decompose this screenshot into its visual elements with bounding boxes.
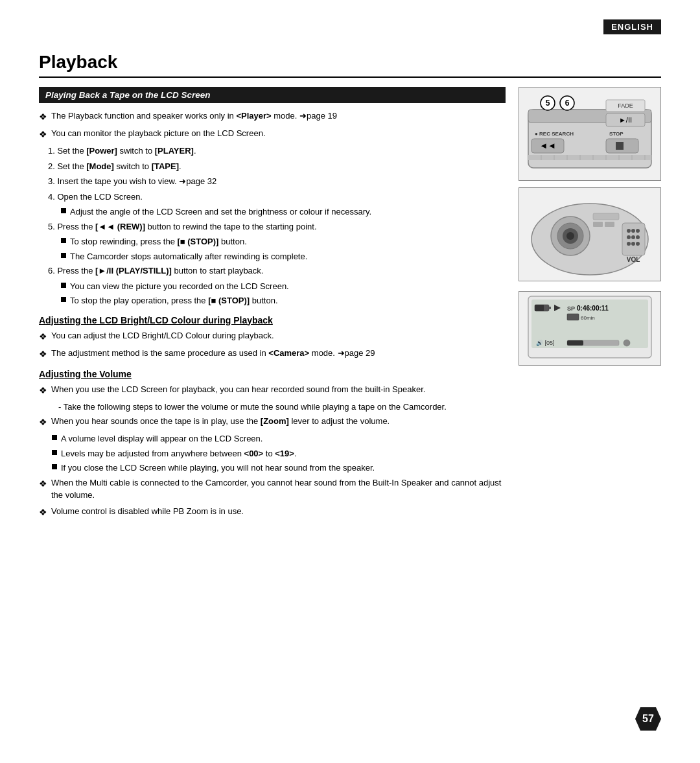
section3-dash1: - Take the following steps to lower the … — [58, 401, 506, 414]
step4: 4. Open the LCD Screen. — [48, 191, 506, 204]
camcorder-top-image: 5 6 FADE ►/II ● REC SEARCH ◄◄ STOP — [519, 87, 661, 181]
svg-rect-16 — [528, 155, 651, 160]
step5-sub2: The Camcorder stops automatically after … — [61, 250, 506, 263]
camcorder-mid-image: VOL — [519, 187, 661, 281]
section2-title: Adjusting the LCD Bright/LCD Colour duri… — [39, 315, 506, 325]
section1-bullet1: ❖ The Playback function and speaker work… — [39, 110, 506, 124]
left-content: Playing Back a Tape on the LCD Screen ❖ … — [39, 87, 506, 522]
lcd-screen-svg: SP 0:46:00:11 60min 🔊 [05] — [522, 293, 658, 364]
steps-list: 1. Set the [Power] switch to [PLAYER]. 2… — [48, 145, 506, 307]
square-bullet-icon5 — [61, 297, 66, 302]
svg-point-38 — [636, 235, 640, 239]
step3: 3. Insert the tape you wish to view. ➜pa… — [48, 175, 506, 188]
svg-point-37 — [631, 235, 635, 239]
svg-rect-53 — [567, 314, 579, 320]
svg-rect-57 — [567, 340, 583, 346]
svg-text:FADE: FADE — [618, 102, 633, 109]
page-title: Playback — [39, 52, 661, 73]
svg-point-33 — [627, 229, 631, 233]
main-layout: Playing Back a Tape on the LCD Screen ❖ … — [39, 87, 661, 522]
svg-point-58 — [624, 340, 630, 346]
step4-sub1: Adjust the angle of the LCD Screen and s… — [61, 205, 506, 218]
section2-bullet1: ❖ You can adjust the LCD Bright/LCD Colo… — [39, 329, 506, 344]
page-container: ENGLISH Playback Playing Back a Tape on … — [0, 0, 700, 763]
diamond-icon6: ❖ — [39, 416, 47, 429]
diamond-icon5: ❖ — [39, 384, 47, 397]
english-badge: ENGLISH — [603, 19, 661, 34]
svg-text:● REC SEARCH: ● REC SEARCH — [535, 131, 574, 137]
diamond-icon3: ❖ — [39, 330, 47, 344]
section3-sub1: A volume level display will appear on th… — [52, 432, 506, 445]
section3-bullet3: ❖ When the Multi cable is connected to t… — [39, 476, 506, 502]
square-bullet-icon6 — [52, 435, 57, 440]
square-bullet-icon4 — [61, 283, 66, 288]
svg-point-40 — [631, 242, 635, 246]
svg-text:►/II: ►/II — [619, 116, 632, 124]
camcorder-mid-svg: VOL — [522, 191, 658, 278]
step6-sub2: To stop the play operation, press the [■… — [61, 294, 506, 307]
page-number: 57 — [635, 707, 661, 731]
svg-point-34 — [631, 229, 635, 233]
svg-point-39 — [627, 242, 631, 246]
svg-text:5: 5 — [546, 99, 550, 108]
svg-text:SP: SP — [567, 305, 575, 312]
diamond-icon4: ❖ — [39, 347, 47, 361]
step2: 2. Set the [Mode] switch to [TAPE]. — [48, 160, 506, 173]
svg-rect-43 — [593, 222, 603, 227]
svg-rect-48 — [549, 307, 551, 309]
section3-bullet4: ❖ Volume control is disabled while PB Zo… — [39, 505, 506, 519]
lcd-screen-image: SP 0:46:00:11 60min 🔊 [05] — [519, 291, 661, 366]
square-bullet-icon3 — [61, 253, 66, 258]
step6: 6. Press the [►/II (PLAY/STILL)] button … — [48, 264, 506, 277]
diamond-icon7: ❖ — [39, 477, 47, 491]
step5: 5. Press the [◄◄ (REW)] button to rewind… — [48, 220, 506, 233]
right-images: 5 6 FADE ►/II ● REC SEARCH ◄◄ STOP — [519, 87, 661, 366]
section1-bullet2: ❖ You can monitor the playback picture o… — [39, 127, 506, 141]
svg-rect-44 — [605, 222, 614, 227]
svg-text:◄◄: ◄◄ — [539, 141, 556, 150]
section2-bullet2: ❖ The adjustment method is the same proc… — [39, 347, 506, 361]
section1-header: Playing Back a Tape on the LCD Screen — [39, 87, 506, 103]
diamond-icon1: ❖ — [39, 110, 47, 124]
diamond-icon8: ❖ — [39, 506, 47, 519]
square-bullet-icon — [61, 208, 66, 213]
section3-bullet1: ❖ When you use the LCD Screen for playba… — [39, 383, 506, 397]
svg-point-30 — [566, 232, 574, 240]
svg-point-36 — [627, 235, 631, 239]
svg-text:STOP: STOP — [609, 131, 624, 137]
svg-rect-15 — [616, 142, 624, 150]
camcorder-top-svg: 5 6 FADE ►/II ● REC SEARCH ◄◄ STOP — [522, 90, 658, 178]
step6-sub1: You can view the picture you recorded on… — [61, 280, 506, 293]
section3-sub3: If you close the LCD Screen while playin… — [52, 462, 506, 475]
section3-title: Adjusting the Volume — [39, 369, 506, 379]
svg-text:6: 6 — [565, 99, 570, 108]
svg-rect-42 — [593, 213, 619, 220]
section3-sub2: Levels may be adjusted from anywhere bet… — [52, 447, 506, 460]
square-bullet-icon8 — [52, 464, 57, 469]
svg-point-41 — [636, 242, 640, 246]
square-bullet-icon2 — [61, 238, 66, 243]
step5-sub1: To stop rewinding, press the [■ (STOP)] … — [61, 235, 506, 248]
title-rule — [39, 76, 661, 78]
diamond-icon2: ❖ — [39, 128, 47, 141]
svg-text:0:46:00:11: 0:46:00:11 — [577, 305, 609, 312]
step1: 1. Set the [Power] switch to [PLAYER]. — [48, 145, 506, 158]
svg-rect-49 — [535, 305, 544, 311]
square-bullet-icon7 — [52, 450, 57, 455]
svg-point-35 — [636, 229, 640, 233]
svg-text:VOL: VOL — [627, 256, 640, 263]
svg-text:60min: 60min — [581, 315, 595, 321]
svg-rect-31 — [622, 223, 645, 255]
svg-text:🔊 [05]: 🔊 [05] — [536, 339, 555, 347]
section3-bullet2: ❖ When you hear sounds once the tape is … — [39, 415, 506, 429]
